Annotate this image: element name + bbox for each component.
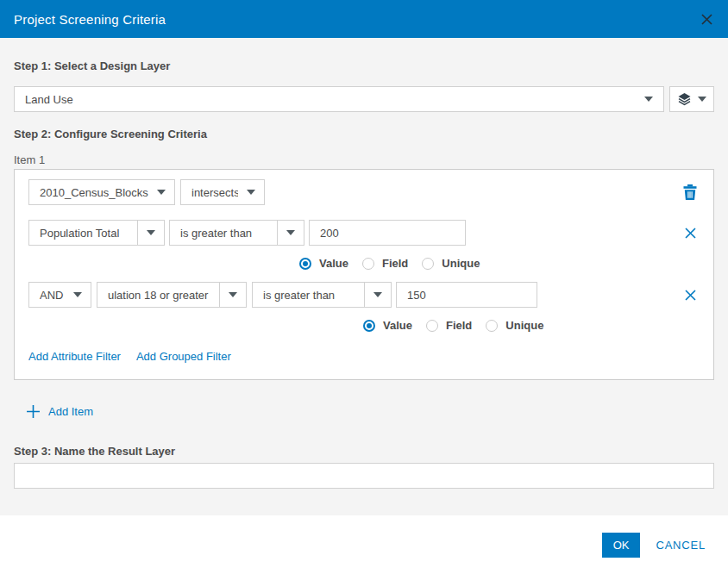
add-attribute-filter-link[interactable]: Add Attribute Filter <box>28 350 121 363</box>
filter2-radio-unique[interactable]: Unique <box>486 319 543 332</box>
filter2-radio-value[interactable]: Value <box>363 319 412 332</box>
chevron-down-icon <box>286 230 295 235</box>
ok-button[interactable]: OK <box>602 533 641 558</box>
radio-label: Unique <box>442 257 480 270</box>
chevron-down-icon <box>229 292 237 297</box>
filter2-operator-value: is greater than <box>253 283 364 307</box>
dialog-header: Project Screening Criteria <box>0 0 728 38</box>
design-layer-select[interactable]: Land Use <box>14 86 664 112</box>
dialog-title: Project Screening Criteria <box>14 12 166 27</box>
attribute-filter-row-2: AND ulation 18 or greater is greater tha… <box>28 282 700 308</box>
add-item-label: Add Item <box>48 405 93 418</box>
radio-selected-icon <box>299 258 311 270</box>
filter2-value-input[interactable] <box>396 282 537 308</box>
filter1-operator-value: is greater than <box>170 221 277 245</box>
radio-label: Unique <box>505 319 543 332</box>
close-icon <box>700 12 714 27</box>
radio-label: Value <box>383 319 412 332</box>
add-grouped-filter-link[interactable]: Add Grouped Filter <box>136 350 231 363</box>
result-layer-name-input[interactable] <box>14 463 714 489</box>
filter1-value-input[interactable] <box>309 220 466 246</box>
filter2-radio-field[interactable]: Field <box>426 319 472 332</box>
source-layer-value: 2010_Census_Blocks <box>29 180 148 204</box>
filter-links-row: Add Attribute Filter Add Grouped Filter <box>28 350 700 363</box>
source-layer-dropdown[interactable]: 2010_Census_Blocks <box>28 179 175 205</box>
add-item-link[interactable]: Add Item <box>26 403 129 419</box>
item-1-label: Item 1 <box>14 153 714 166</box>
radio-icon <box>486 320 498 332</box>
cancel-button[interactable]: CANCEL <box>656 539 706 552</box>
filter2-field-value: ulation 18 or greater <box>97 283 219 307</box>
design-layer-select-value: Land Use <box>25 93 73 106</box>
step2-label: Step 2: Configure Screening Criteria <box>14 128 714 141</box>
close-icon <box>684 227 697 240</box>
trash-icon <box>683 184 697 200</box>
dialog-footer: OK CANCEL <box>0 515 728 574</box>
close-icon <box>684 289 697 302</box>
filter1-field-dropdown[interactable]: Population Total <box>28 220 165 246</box>
filter2-operator-dropdown[interactable]: is greater than <box>252 282 392 308</box>
attribute-filter-row-1: Population Total is greater than <box>28 220 700 246</box>
remove-filter2-button[interactable] <box>684 289 697 302</box>
step1-label: Step 1: Select a Design Layer <box>14 59 714 73</box>
filter2-logical-dropdown[interactable]: AND <box>28 282 91 308</box>
spatial-filter-row: 2010_Census_Blocks intersects <box>28 179 700 205</box>
chevron-down-icon <box>73 292 82 297</box>
chevron-down-icon <box>147 230 155 235</box>
radio-label: Value <box>319 257 348 270</box>
filter1-radio-unique[interactable]: Unique <box>422 257 480 270</box>
radio-icon <box>422 258 434 270</box>
chevron-down-icon <box>644 97 653 102</box>
filter1-radio-value[interactable]: Value <box>299 257 348 270</box>
radio-label: Field <box>382 257 408 270</box>
filter2-value-type-radios: Value Field Unique <box>363 319 700 332</box>
screening-item-1: 2010_Census_Blocks intersects <box>14 169 714 380</box>
remove-filter1-button[interactable] <box>684 227 697 240</box>
filter1-field-value: Population Total <box>29 221 137 245</box>
layers-icon <box>677 92 692 106</box>
design-layer-row: Land Use <box>14 86 714 112</box>
filter2-logical-value: AND <box>29 283 65 307</box>
delete-item-button[interactable] <box>683 184 697 200</box>
chevron-down-icon <box>247 190 255 195</box>
filter1-operator-dropdown[interactable]: is greater than <box>169 220 304 246</box>
project-screening-criteria-dialog: Project Screening Criteria Step 1: Selec… <box>0 0 728 574</box>
chevron-down-icon <box>157 190 166 195</box>
chevron-down-icon <box>373 292 382 297</box>
chevron-down-icon <box>698 97 706 102</box>
radio-label: Field <box>446 319 472 332</box>
radio-icon <box>426 320 438 332</box>
spatial-operator-value: intersects <box>181 180 238 204</box>
filter1-value-type-radios: Value Field Unique <box>299 257 700 270</box>
filter1-radio-field[interactable]: Field <box>362 257 408 270</box>
radio-icon <box>362 258 374 270</box>
plus-icon <box>26 404 41 419</box>
radio-selected-icon <box>363 320 375 332</box>
step3-label: Step 3: Name the Result Layer <box>14 445 714 459</box>
layer-options-button[interactable] <box>669 86 714 112</box>
dialog-body: Step 1: Select a Design Layer Land Use S… <box>0 59 728 489</box>
close-button[interactable] <box>700 12 714 27</box>
filter2-field-dropdown[interactable]: ulation 18 or greater <box>97 282 247 308</box>
spatial-operator-dropdown[interactable]: intersects <box>180 179 265 205</box>
